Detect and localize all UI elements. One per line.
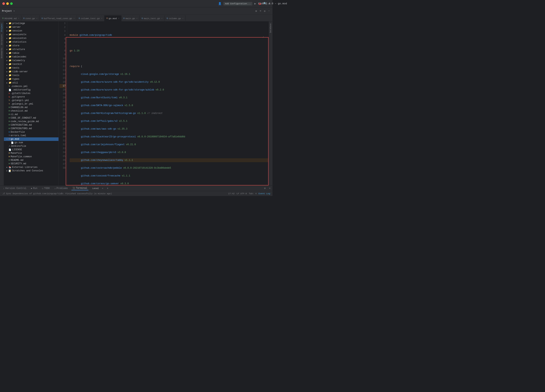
close-readme-tab[interactable]: ✕: [18, 17, 19, 19]
file-golangci[interactable]: Y .golangci.yml: [4, 99, 58, 102]
folder-table[interactable]: ▶ 📁 table: [4, 51, 58, 55]
external-libraries[interactable]: ▶ 📚 External Libraries: [4, 166, 58, 169]
folder-sessiontxn[interactable]: ▶ 📁 sessiontxn: [4, 36, 58, 40]
folder-tidb-server[interactable]: ▶ 📁 tidb-server: [4, 70, 58, 73]
file-code-review[interactable]: M code_review_guide.md: [4, 120, 58, 123]
scratches-and-consoles[interactable]: ▶ 📝 Scratches and Consoles: [4, 169, 58, 173]
close-conn-tab[interactable]: ✕: [36, 17, 37, 19]
project-vtab[interactable]: Project: [0, 22, 3, 33]
status-tab-size: Tab: 4: [249, 193, 257, 195]
folder-util[interactable]: ▶ 📁 util: [4, 81, 58, 84]
folder-session[interactable]: ▶ 📁 session: [4, 29, 58, 33]
file-ci[interactable]: M ci.md: [4, 113, 58, 116]
version-control-tab[interactable]: ↕ Version Control: [2, 187, 28, 190]
folder-privilege[interactable]: ▶ 📁 privilege: [4, 22, 58, 25]
file-license[interactable]: 📄 LICENSE: [4, 148, 58, 151]
tab-conn[interactable]: G conn.go ✕: [21, 15, 39, 21]
add-terminal-button[interactable]: +: [107, 187, 108, 190]
folder-statistics[interactable]: ▶ 📁 statistics: [4, 40, 58, 44]
tab-main[interactable]: G main.go ✕: [122, 15, 140, 21]
tab-readme[interactable]: M README.md ✕: [0, 15, 21, 21]
code-area[interactable]: 1234 5678 9101112 13141516 17 181920 212…: [59, 22, 269, 186]
terminal-tab[interactable]: ⬛ Terminal: [71, 187, 89, 190]
structure-vtab[interactable]: Structure: [0, 33, 3, 46]
folder-store[interactable]: ▶ 📁 store: [4, 44, 58, 48]
minimize-button[interactable]: [6, 2, 9, 5]
close-buffered-tab[interactable]: ✕: [73, 17, 74, 19]
bookmarks-vtab[interactable]: Bookmarks: [0, 47, 3, 59]
close-column-test-tab[interactable]: ✕: [101, 17, 102, 19]
close-main-test-tab[interactable]: ✕: [161, 17, 162, 19]
file-go-mod[interactable]: ▾ M go.mod: [4, 137, 58, 141]
database-vtab[interactable]: Database: [269, 22, 272, 34]
folder-sessionctx[interactable]: ▶ 📁 sessionctx: [4, 33, 58, 36]
run-icon[interactable]: ▶: [254, 2, 256, 5]
file-errors-toml[interactable]: T errors.toml: [4, 134, 58, 137]
tab-go-mod[interactable]: M go.mod ✕: [105, 15, 121, 21]
file-gitignore[interactable]: G .gitignore: [4, 95, 58, 99]
todo-tab[interactable]: ☑ TODO: [41, 187, 51, 190]
close-terminal-label[interactable]: ✕: [102, 187, 103, 190]
folder-testkit[interactable]: ▶ 📁 testkit: [4, 62, 58, 66]
folder-tools[interactable]: ▶ 📁 tools: [4, 73, 58, 77]
traffic-lights: [2, 2, 13, 5]
add-config-button[interactable]: Add Configuration...: [223, 2, 252, 6]
right-panel-tabs: Database: [269, 22, 272, 186]
close-go-mod-tab[interactable]: ✕: [118, 17, 119, 19]
file-security[interactable]: M SECURITY.md: [4, 162, 58, 166]
code-editor: ✓ 1234 5678 9101112 13141516 17 181920 2…: [59, 22, 269, 186]
file-jenkinsfile[interactable]: J Jenkinsfile: [4, 145, 58, 148]
file-golangci-br[interactable]: Y .golangci_br.yml: [4, 102, 58, 106]
tab-column[interactable]: G column.go ✕: [165, 15, 186, 21]
line-numbers: 1234 5678 9101112 13141516 17 181920 212…: [59, 22, 67, 186]
folder-tablecodec[interactable]: ▶ 📁 tablecodec: [4, 55, 58, 59]
file-dockerfile[interactable]: D Dockerfile: [4, 130, 58, 134]
file-code-of-conduct[interactable]: M CODE_OF_CONDUCT.md: [4, 116, 58, 120]
file-tree: ▶ 📁 privilege ▶ 📁 server ▶ 📁 session ▶ 📁…: [4, 22, 59, 186]
project-dropdown-icon[interactable]: ▾: [13, 10, 15, 12]
main-area: Project Structure Bookmarks ▶ 📁 privileg…: [0, 22, 272, 186]
profile-icon[interactable]: 👤: [218, 2, 222, 5]
expand-all-icon[interactable]: ⊞: [255, 9, 258, 13]
file-makefile-common[interactable]: M Makefile.common: [4, 155, 58, 158]
file-contributors[interactable]: M CONTRIBUTORS.md: [4, 127, 58, 130]
file-codecov[interactable]: Y .codecov.yml: [4, 84, 58, 88]
terminal-settings-icon[interactable]: ⚙: [264, 187, 266, 190]
folder-types[interactable]: ▶ 📁 types: [4, 77, 58, 81]
git-tab-icon: ↕: [3, 187, 5, 190]
tab-buffered[interactable]: G buffered_read_conn.go ✕: [40, 15, 77, 21]
file-go-sum[interactable]: 📄 go.sum: [4, 141, 58, 145]
folder-tests[interactable]: ▶ 📁 tests: [4, 66, 58, 70]
file-contributing[interactable]: M CONTRIBUTING.md: [4, 123, 58, 127]
file-changelog[interactable]: M CHANGELOG.md: [4, 106, 58, 109]
tab-column-test[interactable]: G column_test.go ✕: [77, 15, 105, 21]
tab-bar: M README.md ✕ G conn.go ✕ G buffered_rea…: [0, 15, 272, 22]
file-editorconfig[interactable]: 📄 .editorconfig: [4, 88, 58, 92]
window-title: tidb-5.4.0 – go.mod: [258, 2, 272, 5]
tab-main-test[interactable]: G main_test.go ✕: [140, 15, 165, 21]
folder-server[interactable]: ▶ 📁 server: [4, 25, 58, 29]
collapse-all-icon[interactable]: ≡: [259, 9, 262, 13]
run-tab[interactable]: ▶ Run: [30, 187, 38, 190]
maximize-button[interactable]: [10, 2, 13, 5]
problems-tab[interactable]: ⚠ Problems: [53, 187, 69, 190]
event-log-button[interactable]: Event Log: [259, 193, 270, 195]
folder-structure[interactable]: ▶ 📁 structure: [4, 48, 58, 51]
status-message: Sync dependencies of github.com/pingcap/…: [6, 193, 112, 195]
file-readme[interactable]: M README.md: [4, 158, 58, 162]
file-makefile[interactable]: M Makefile: [4, 151, 58, 155]
terminal-chevron-icon[interactable]: ▾: [269, 187, 271, 190]
close-main-tab[interactable]: ✕: [136, 17, 137, 19]
hide-panel-icon[interactable]: −: [267, 9, 271, 13]
close-column-tab[interactable]: ✕: [182, 17, 184, 19]
status-encoding: LF UTF-8: [236, 193, 247, 195]
status-right: 17:42 LF UTF-8 Tab: 4 Event Log: [228, 193, 270, 195]
folder-telemetry[interactable]: ▶ 📁 telemetry: [4, 59, 58, 62]
toolbar: Project ▾ ⊞ ≡ ⚙ −: [0, 7, 272, 15]
code-content[interactable]: module github.com/pingcap/tidb go 1.16 r…: [67, 22, 269, 186]
close-button[interactable]: [2, 2, 5, 5]
todo-tab-icon: ☑: [42, 187, 43, 190]
file-gitattributes[interactable]: G .gitattributes: [4, 92, 58, 95]
gear-icon[interactable]: ⚙: [263, 9, 266, 13]
file-checklist[interactable]: M checklist.md: [4, 109, 58, 113]
